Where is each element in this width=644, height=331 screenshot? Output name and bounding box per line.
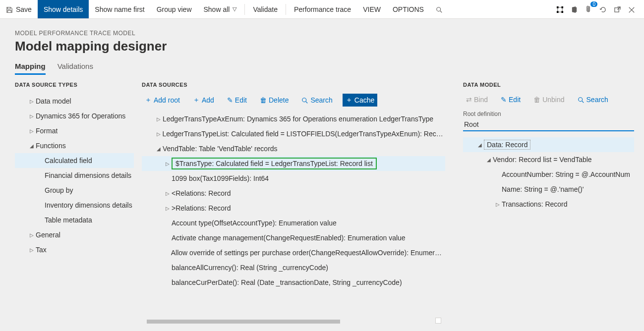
- unbind-button[interactable]: 🗑Unbind: [530, 94, 567, 106]
- tree-item-label: >Relations: Record: [172, 204, 231, 212]
- svg-line-16: [582, 101, 584, 103]
- pencil-icon: ✎: [227, 96, 233, 104]
- tree-row[interactable]: ▷<Relations: Record: [142, 186, 445, 201]
- tree-item-label: Functions: [36, 142, 66, 150]
- tab-validations[interactable]: Validations: [58, 62, 93, 75]
- tree-row[interactable]: ▷Format: [15, 123, 134, 138]
- tree-item-label: Group by: [45, 186, 73, 194]
- resize-handle[interactable]: [435, 318, 441, 324]
- root-definition-label: Root definition: [463, 110, 634, 117]
- show-name-first-button[interactable]: Show name first: [89, 0, 150, 18]
- chevron-icon: ▷: [28, 232, 36, 238]
- tree-row[interactable]: ▷Data model: [15, 94, 134, 109]
- validate-button[interactable]: Validate: [247, 0, 284, 18]
- tree-row[interactable]: Allow override of settings per purchase …: [142, 245, 445, 260]
- chevron-icon: ▷: [494, 202, 502, 207]
- search-model-button[interactable]: Search: [575, 94, 611, 106]
- tree-item-label: Format: [36, 127, 58, 135]
- tree-item-label: Activate change management(ChangeRequest…: [172, 234, 406, 242]
- chevron-icon: ▷: [155, 131, 162, 137]
- chevron-icon: ◢: [28, 143, 36, 149]
- root-definition-value[interactable]: Root: [463, 118, 634, 131]
- connected-apps-icon[interactable]: [556, 5, 564, 13]
- tree-row[interactable]: ▷LedgerTransTypeAxEnum: Dynamics 365 for…: [142, 111, 445, 126]
- tree-row[interactable]: Group by: [15, 183, 134, 198]
- tree-row[interactable]: Calculated field: [15, 153, 134, 168]
- tree-item-label: General: [36, 231, 60, 239]
- tree-row[interactable]: 1099 box(Tax1099Fields): Int64: [142, 171, 445, 186]
- svg-point-15: [578, 98, 582, 102]
- add-button[interactable]: ＋Add: [190, 94, 217, 107]
- tree-item-label: Financial dimensions details: [45, 171, 131, 179]
- data-sources-toolbar: ＋Add root ＋Add ✎Edit 🗑Delete Search ＋Cac…: [142, 94, 445, 107]
- refresh-icon[interactable]: [599, 5, 607, 13]
- tree-item-label: Tax: [36, 246, 47, 254]
- edit-button[interactable]: ✎Edit: [224, 94, 250, 106]
- tree-row[interactable]: ▷Dynamics 365 for Operations: [15, 109, 134, 123]
- tree-item-label: <Relations: Record: [172, 189, 231, 197]
- page-tabs: Mapping Validations: [15, 62, 629, 75]
- close-icon[interactable]: [628, 5, 635, 13]
- group-view-button[interactable]: Group view: [151, 0, 198, 18]
- cache-button[interactable]: ＋Cache: [343, 94, 377, 107]
- office-icon[interactable]: [571, 5, 578, 13]
- search-button[interactable]: Search: [298, 94, 335, 106]
- tree-row[interactable]: ◢Functions: [15, 138, 134, 153]
- search-ribbon-button[interactable]: [430, 0, 449, 18]
- tab-mapping[interactable]: Mapping: [15, 62, 46, 75]
- edit-model-button[interactable]: ✎Edit: [498, 94, 524, 106]
- delete-button[interactable]: 🗑Delete: [257, 94, 292, 106]
- tree-row[interactable]: ▷>Relations: Record: [142, 201, 445, 216]
- data-model-heading: DATA MODEL: [463, 82, 634, 88]
- add-root-button[interactable]: ＋Add root: [142, 94, 183, 107]
- tree-row[interactable]: balanceCurPerDate(): Real (Date _transac…: [142, 275, 445, 290]
- attachment-count-badge: 0: [590, 1, 597, 7]
- tree-row[interactable]: Activate change management(ChangeRequest…: [142, 230, 445, 245]
- tree-row[interactable]: Inventory dimensions details: [15, 198, 134, 213]
- tree-row[interactable]: ▷Tax: [15, 242, 134, 257]
- view-button[interactable]: VIEW: [357, 0, 387, 18]
- tree-row[interactable]: Table metadata: [15, 213, 134, 227]
- data-sources-panel: DATA SOURCES ＋Add root ＋Add ✎Edit 🗑Delet…: [142, 75, 445, 323]
- horizontal-scrollbar[interactable]: [147, 320, 340, 324]
- options-button[interactable]: OPTIONS: [387, 0, 430, 18]
- tree-item-label: Data model: [36, 97, 71, 105]
- tree-row[interactable]: ◢Vendor: Record list = VendTable: [463, 152, 634, 167]
- tree-item-label: Calculated field: [45, 157, 92, 165]
- search-icon: [578, 96, 585, 104]
- data-sources-heading: DATA SOURCES: [142, 82, 445, 88]
- plus-icon: ＋: [193, 96, 200, 105]
- tree-row[interactable]: balanceAllCurrency(): Real (String _curr…: [142, 260, 445, 275]
- tree-item-label: $TransType: Calculated field = LedgerTra…: [172, 158, 377, 169]
- chevron-icon: ▷: [164, 161, 172, 166]
- tree-item-label: LedgerTransTypeList: Calculated field = …: [162, 130, 445, 138]
- trash-icon: 🗑: [533, 96, 540, 104]
- svg-line-14: [306, 102, 308, 104]
- save-button[interactable]: Save: [0, 0, 38, 18]
- chevron-icon: ◢: [485, 157, 493, 163]
- tree-item-label: VendTable: Table 'VendTable' records: [163, 145, 278, 153]
- chevron-down-icon: ▽: [233, 6, 236, 12]
- popout-icon[interactable]: [614, 5, 621, 13]
- tree-row[interactable]: ▷LedgerTransTypeList: Calculated field =…: [142, 126, 445, 141]
- svg-rect-10: [615, 8, 619, 12]
- chevron-icon: ▷: [155, 116, 163, 122]
- tree-row[interactable]: ◢VendTable: Table 'VendTable' records: [142, 141, 445, 156]
- tree-row[interactable]: AccountNumber: String = @.AccountNum: [463, 167, 634, 182]
- bind-button[interactable]: ⇄Bind: [463, 94, 491, 106]
- tree-item-label: balanceAllCurrency(): Real (String _curr…: [172, 264, 328, 272]
- chevron-icon: ▷: [164, 206, 172, 211]
- tree-row[interactable]: Account type(OffsetAccountType): Enumera…: [142, 216, 445, 230]
- svg-point-0: [437, 7, 441, 11]
- attachments-icon[interactable]: 0: [585, 4, 592, 13]
- tree-item-label: Table metadata: [45, 216, 92, 224]
- show-details-button[interactable]: Show details: [38, 0, 89, 18]
- performance-trace-button[interactable]: Performance trace: [288, 0, 357, 18]
- tree-row[interactable]: ▷$TransType: Calculated field = LedgerTr…: [142, 156, 445, 171]
- tree-row[interactable]: ▷General: [15, 227, 134, 242]
- tree-row[interactable]: Name: String = @.'name()': [463, 182, 634, 197]
- tree-row[interactable]: ▷Transactions: Record: [463, 197, 634, 212]
- tree-row[interactable]: ◢Data: Record: [463, 137, 634, 152]
- show-all-dropdown[interactable]: Show all ▽: [198, 0, 243, 18]
- tree-row[interactable]: Financial dimensions details: [15, 168, 134, 183]
